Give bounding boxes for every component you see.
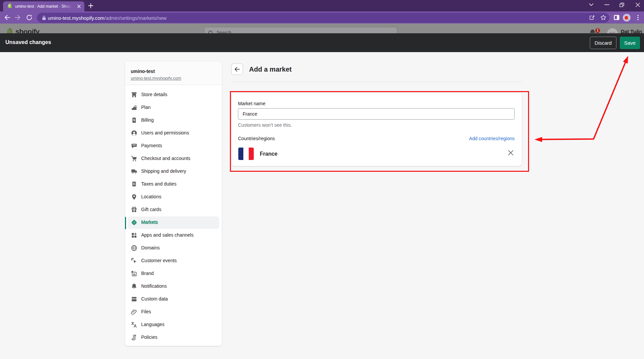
svg-text:$: $ [133, 118, 135, 122]
svg-text:S: S [8, 29, 10, 33]
